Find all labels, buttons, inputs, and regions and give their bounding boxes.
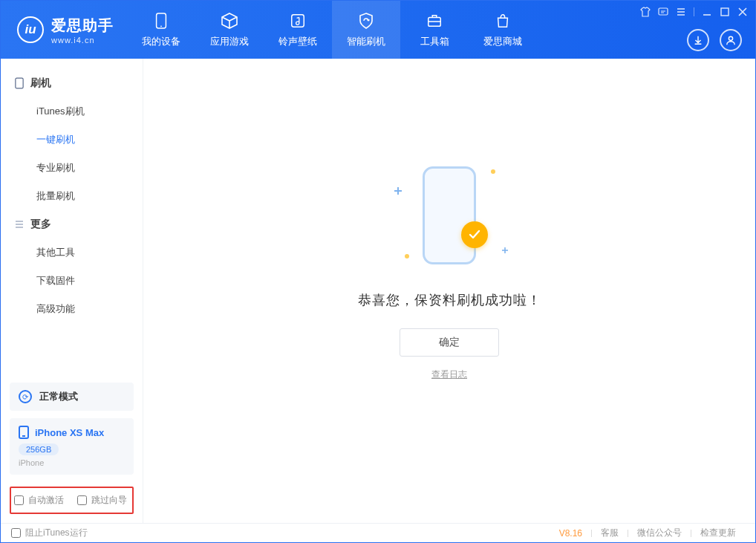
section-title: 刷机 <box>30 77 51 90</box>
flash-options-highlight: 自动激活 跳过向导 <box>10 487 134 514</box>
app-subtitle: www.i4.cn <box>51 36 114 45</box>
sidebar-bottom: ⟳ 正常模式 iPhone XS Max 256GB iPhone 自动激活 跳 <box>1 375 143 523</box>
footer-link-support[interactable]: 客服 <box>592 527 628 539</box>
check-badge-icon <box>461 221 488 248</box>
footer-link-wechat[interactable]: 微信公众号 <box>628 527 691 539</box>
header-bar: iu 爱思助手 www.i4.cn 我的设备 应用游戏 铃声壁纸 智能刷机 工具… <box>1 1 755 59</box>
skip-guide-label: 跳过向导 <box>91 494 127 507</box>
view-log-link[interactable]: 查看日志 <box>431 368 467 381</box>
tshirt-icon[interactable] <box>640 7 651 17</box>
sidebar-item-itunes-flash[interactable]: iTunes刷机 <box>1 97 143 126</box>
sidebar-item-other-tools[interactable]: 其他工具 <box>1 238 143 267</box>
section-title: 更多 <box>30 218 51 231</box>
download-button[interactable] <box>687 29 709 51</box>
sparkle-icon <box>394 187 402 195</box>
success-message: 恭喜您，保资料刷机成功啦！ <box>358 291 541 309</box>
footer-bar: 阻止iTunes运行 V8.16 客服 微信公众号 检查更新 <box>1 523 755 542</box>
close-button[interactable] <box>737 7 748 17</box>
phone-outline-icon <box>14 78 25 88</box>
nav-apps-games[interactable]: 应用游戏 <box>195 1 264 59</box>
version-label: V8.16 <box>559 528 591 539</box>
dot-decoration <box>491 169 495 174</box>
block-itunes-input[interactable] <box>11 528 21 538</box>
bag-icon <box>493 11 512 30</box>
block-itunes-checkbox[interactable]: 阻止iTunes运行 <box>11 527 88 539</box>
success-illustration <box>390 156 509 275</box>
sparkle-icon <box>502 247 508 253</box>
nav-toolbox[interactable]: 工具箱 <box>400 1 469 59</box>
sidebar-item-onekey-flash[interactable]: 一键刷机 <box>1 126 143 154</box>
header-action-circles <box>687 29 742 51</box>
nav-my-device[interactable]: 我的设备 <box>127 1 195 59</box>
sidebar-item-pro-flash[interactable]: 专业刷机 <box>1 154 143 182</box>
nav-smart-flash[interactable]: 智能刷机 <box>332 1 400 59</box>
sidebar-item-advanced[interactable]: 高级功能 <box>1 295 143 323</box>
mode-label: 正常模式 <box>39 390 78 403</box>
nav-label: 工具箱 <box>420 35 449 48</box>
menu-icon[interactable] <box>676 7 686 17</box>
ok-button[interactable]: 确定 <box>400 328 499 357</box>
maximize-button[interactable] <box>720 7 730 17</box>
nav-label: 铃声壁纸 <box>278 35 317 48</box>
device-name: iPhone XS Max <box>35 427 104 438</box>
auto-activate-input[interactable] <box>14 495 24 505</box>
skip-guide-checkbox[interactable]: 跳过向导 <box>77 494 127 507</box>
svg-point-6 <box>729 36 732 40</box>
sidebar-item-download-firmware[interactable]: 下载固件 <box>1 267 143 295</box>
nav-label: 智能刷机 <box>347 35 385 48</box>
app-title: 爱思助手 <box>51 16 114 36</box>
auto-activate-checkbox[interactable]: 自动激活 <box>14 494 64 507</box>
phone-illustration <box>423 166 476 264</box>
cube-icon <box>220 11 239 30</box>
top-nav: 我的设备 应用游戏 铃声壁纸 智能刷机 工具箱 爱思商城 <box>127 1 537 59</box>
dot-decoration <box>405 254 409 259</box>
block-itunes-label: 阻止iTunes运行 <box>25 527 88 539</box>
app-logo: iu 爱思助手 www.i4.cn <box>1 16 127 45</box>
nav-store[interactable]: 爱思商城 <box>469 1 537 59</box>
sidebar: 刷机 iTunes刷机 一键刷机 专业刷机 批量刷机 更多 其他工具 下载固件 … <box>1 59 143 523</box>
device-capacity: 256GB <box>19 443 59 455</box>
nav-label: 我的设备 <box>142 35 180 48</box>
feedback-icon[interactable] <box>658 7 668 17</box>
auto-activate-label: 自动激活 <box>28 494 64 507</box>
svg-point-1 <box>160 25 162 27</box>
music-note-icon <box>288 11 307 30</box>
nav-ringtone-wallpaper[interactable]: 铃声壁纸 <box>264 1 332 59</box>
body: 刷机 iTunes刷机 一键刷机 专业刷机 批量刷机 更多 其他工具 下载固件 … <box>1 59 755 523</box>
device-icon <box>19 426 29 439</box>
user-button[interactable] <box>720 29 742 51</box>
footer-link-update[interactable]: 检查更新 <box>691 527 745 539</box>
logo-icon: iu <box>17 16 44 43</box>
mode-card[interactable]: ⟳ 正常模式 <box>10 383 134 411</box>
device-card[interactable]: iPhone XS Max 256GB iPhone <box>10 418 134 475</box>
nav-label: 应用游戏 <box>210 35 249 48</box>
device-type: iPhone <box>19 458 125 467</box>
briefcase-icon <box>425 11 444 30</box>
svg-rect-7 <box>16 78 23 88</box>
svg-rect-5 <box>721 8 729 16</box>
sidebar-section-more: 更多 <box>1 210 143 238</box>
nav-label: 爱思商城 <box>483 35 522 48</box>
phone-icon <box>151 11 171 30</box>
main-panel: 恭喜您，保资料刷机成功啦！ 确定 查看日志 <box>143 59 755 523</box>
shield-sync-icon <box>356 11 376 30</box>
sidebar-item-batch-flash[interactable]: 批量刷机 <box>1 182 143 210</box>
skip-guide-input[interactable] <box>77 495 87 505</box>
window-controls <box>640 7 748 17</box>
minimize-button[interactable] <box>702 7 712 17</box>
sync-icon: ⟳ <box>19 390 32 403</box>
list-icon <box>14 219 25 230</box>
sidebar-section-flash: 刷机 <box>1 69 143 97</box>
